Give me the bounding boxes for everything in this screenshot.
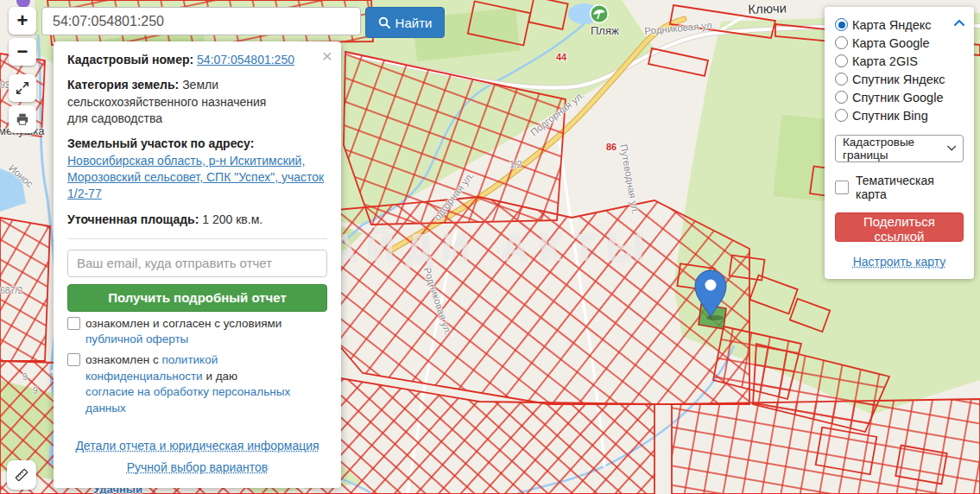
layers-panel: Карта Яндекс Карта Google Карта 2GIS Спу… bbox=[825, 7, 974, 279]
radio-icon bbox=[835, 36, 848, 49]
map-label-plyazh: Пляж bbox=[591, 24, 619, 37]
divider bbox=[67, 238, 327, 239]
map-label-44: 44 bbox=[556, 52, 566, 62]
radio-icon bbox=[835, 54, 848, 67]
map-label-1-2: 1/2 bbox=[509, 159, 522, 169]
configure-map-link[interactable]: Настроить карту bbox=[835, 255, 964, 269]
radio-icon bbox=[835, 73, 848, 86]
layer-option-bing-satellite[interactable]: Спутник Bing bbox=[835, 106, 964, 124]
report-details-link[interactable]: Детали отчета и юридическая информация bbox=[75, 439, 319, 453]
map-label-klyuchi: Ключи bbox=[748, 0, 787, 16]
search-button-label: Найти bbox=[395, 16, 433, 30]
offer-checkbox[interactable] bbox=[67, 317, 80, 330]
share-link-button[interactable]: Поделиться ссылкой bbox=[835, 212, 964, 242]
area-label: Уточненная площадь: bbox=[67, 212, 199, 226]
zoom-in-button[interactable]: + bbox=[9, 7, 36, 35]
area-value: 1 200 кв.м. bbox=[202, 212, 262, 226]
map-label-9b: 9 bbox=[33, 385, 38, 396]
cadastral-number-label: Кадастровый номер: bbox=[67, 53, 193, 66]
search-input[interactable] bbox=[41, 7, 361, 35]
map-label-86: 86 bbox=[606, 142, 616, 152]
boundaries-select[interactable]: Кадастровые границы bbox=[835, 135, 964, 162]
layer-option-google-satellite[interactable]: Спутник Google bbox=[835, 88, 964, 106]
boundaries-select-value: Кадастровые границы bbox=[843, 136, 947, 162]
zoom-out-button[interactable]: − bbox=[9, 38, 36, 66]
ruler-icon bbox=[12, 466, 31, 484]
print-button[interactable] bbox=[9, 105, 36, 133]
layer-option-label: Спутник Яндекс bbox=[852, 73, 945, 86]
thematic-checkbox[interactable] bbox=[835, 180, 849, 194]
expand-arrows-icon bbox=[14, 79, 31, 97]
radio-icon bbox=[835, 91, 848, 104]
search-button[interactable]: Найти bbox=[365, 7, 445, 38]
manual-selection-link[interactable]: Ручной выбор вариантов bbox=[127, 460, 269, 474]
map-label-9a: 9 bbox=[22, 371, 28, 382]
map-viewport[interactable]: Ключи Пляж менушка Удачный Родниковая ул… bbox=[0, 0, 980, 494]
layer-option-google-map[interactable]: Карта Google bbox=[835, 34, 964, 52]
privacy-checkbox[interactable] bbox=[67, 353, 80, 366]
thematic-map-row[interactable]: Тематическая карта bbox=[835, 174, 964, 201]
map-label-687-2: 687/2 bbox=[0, 285, 22, 295]
offer-checkbox-label: ознакомлен и согласен с условиями публич… bbox=[85, 316, 327, 348]
chevron-up-icon[interactable] bbox=[953, 18, 965, 27]
chevron-down-icon bbox=[947, 145, 956, 152]
fullscreen-button[interactable] bbox=[9, 74, 36, 102]
search-icon bbox=[378, 16, 390, 28]
email-field[interactable] bbox=[67, 250, 327, 277]
layer-option-2gis-map[interactable]: Карта 2GIS bbox=[835, 52, 964, 70]
measure-button[interactable] bbox=[7, 460, 36, 490]
layer-option-yandex-map[interactable]: Карта Яндекс bbox=[835, 16, 964, 34]
parcel-info-popup: × Кадастровый номер: 54:07:054801:250 Ка… bbox=[54, 41, 341, 488]
layer-option-label: Карта 2GIS bbox=[852, 54, 918, 68]
layer-option-label: Спутник Google bbox=[852, 91, 943, 104]
thematic-checkbox-label: Тематическая карта bbox=[856, 174, 964, 201]
radio-icon bbox=[835, 18, 848, 31]
address-link[interactable]: Новосибирская область, р-н Искитимский, … bbox=[67, 154, 324, 201]
layer-option-yandex-satellite[interactable]: Спутник Яндекс bbox=[835, 70, 964, 88]
close-icon[interactable]: × bbox=[322, 47, 332, 65]
offer-link[interactable]: публичной оферты bbox=[85, 332, 188, 345]
layer-option-label: Карта Google bbox=[852, 36, 930, 50]
beach-icon bbox=[590, 4, 609, 23]
cadastral-number-link[interactable]: 54:07:054801:250 bbox=[197, 53, 294, 66]
get-report-button[interactable]: Получить подробный отчет bbox=[67, 284, 327, 312]
privacy-checkbox-label: ознакомлен с политикой конфиденциальност… bbox=[85, 352, 327, 384]
radio-icon bbox=[835, 109, 848, 122]
personal-data-link[interactable]: согласие на обработку персональных данны… bbox=[85, 385, 290, 415]
address-label: Земельный участок по адресу: bbox=[67, 136, 254, 150]
layer-option-label: Спутник Bing bbox=[852, 109, 928, 123]
layer-option-label: Карта Яндекс bbox=[852, 18, 932, 32]
printer-icon bbox=[14, 111, 31, 128]
land-category-label: Категория земель: bbox=[67, 78, 179, 92]
